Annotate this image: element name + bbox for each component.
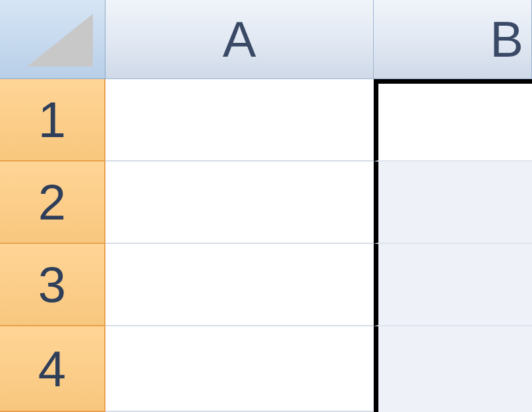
- cell-b4[interactable]: [374, 326, 532, 412]
- select-all-corner[interactable]: [0, 0, 105, 79]
- cell-a4[interactable]: [105, 326, 374, 412]
- cell-a2[interactable]: [105, 162, 374, 244]
- row-header-2[interactable]: 2: [0, 162, 105, 244]
- row-header-1[interactable]: 1: [0, 79, 105, 162]
- cell-a3[interactable]: [105, 244, 374, 326]
- cell-a1[interactable]: [105, 79, 374, 162]
- column-header-a[interactable]: A: [105, 0, 374, 79]
- row-header-4[interactable]: 4: [0, 326, 105, 412]
- spreadsheet-grid: A B 1 2 3 4: [0, 0, 532, 412]
- row-header-3[interactable]: 3: [0, 244, 105, 326]
- cell-b3[interactable]: [374, 244, 532, 326]
- cell-b1[interactable]: [374, 79, 532, 162]
- column-header-b[interactable]: B: [374, 0, 532, 79]
- cell-b2[interactable]: [374, 162, 532, 244]
